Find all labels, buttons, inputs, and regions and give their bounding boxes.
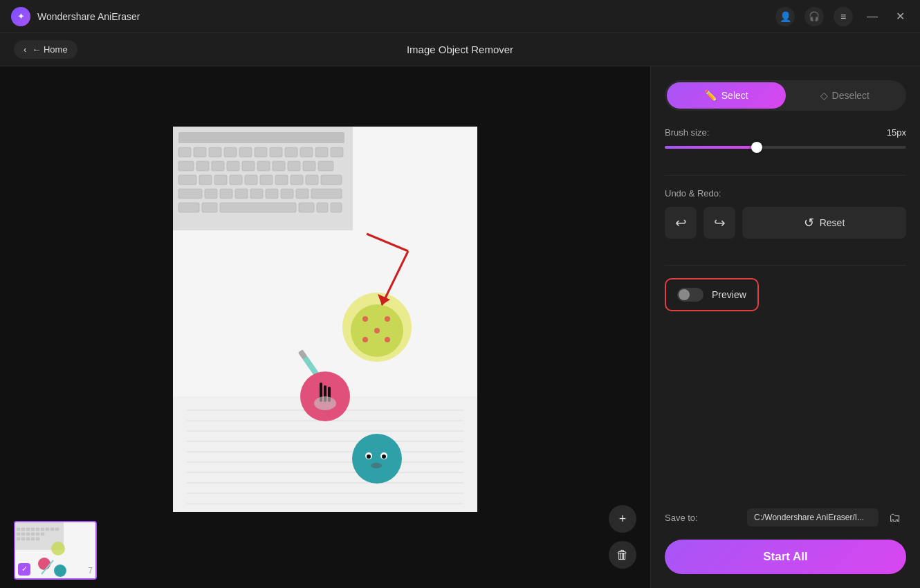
toggle-knob xyxy=(679,289,690,300)
save-section: Save to: C:/Wondershare AniEraser/I... 🗂… xyxy=(665,493,906,574)
svg-rect-24 xyxy=(178,175,196,185)
svg-rect-25 xyxy=(199,175,212,185)
svg-rect-22 xyxy=(303,161,315,171)
save-path-value: C:/Wondershare AniEraser/I... xyxy=(754,513,864,522)
right-panel: ✏️ Select ◇ Deselect Brush size: 15px Un xyxy=(650,66,920,588)
divider-2 xyxy=(665,265,906,266)
header: ‹ ← Home Image Object Remover xyxy=(0,33,920,66)
svg-rect-32 xyxy=(306,175,318,185)
page-title: Image Object Remover xyxy=(407,44,513,55)
svg-rect-97 xyxy=(50,528,54,531)
divider-1 xyxy=(665,175,906,176)
svg-point-78 xyxy=(314,396,336,410)
user-avatar-button[interactable]: 👤 xyxy=(775,7,795,26)
svg-point-81 xyxy=(367,454,371,459)
thumbnail-check: ✓ xyxy=(18,563,30,576)
select-label: Select xyxy=(721,90,748,101)
start-all-label: Start All xyxy=(763,550,808,563)
svg-rect-47 xyxy=(317,203,328,212)
svg-rect-4 xyxy=(194,147,206,157)
browse-folder-button[interactable]: 🗂 xyxy=(884,506,906,529)
undo-icon: ↩ xyxy=(675,214,687,231)
preview-section: Preview xyxy=(665,278,906,311)
select-button[interactable]: ✏️ Select xyxy=(667,82,786,109)
svg-rect-98 xyxy=(55,528,59,531)
home-button[interactable]: ‹ ← Home xyxy=(14,40,77,59)
svg-rect-15 xyxy=(196,161,209,171)
main-area: ✏️ Select ◇ Deselect Brush size: 15px Un xyxy=(0,66,920,588)
undo-redo-label: Undo & Redo: xyxy=(665,188,721,199)
svg-rect-105 xyxy=(17,538,20,540)
app-logo: ✦ xyxy=(11,7,30,26)
image-canvas[interactable] xyxy=(173,127,477,528)
svg-rect-16 xyxy=(212,161,224,171)
menu-icon: ≡ xyxy=(840,11,846,22)
svg-point-72 xyxy=(362,337,368,342)
svg-point-112 xyxy=(54,564,66,577)
svg-rect-103 xyxy=(36,533,39,535)
brush-icon: ✏️ xyxy=(704,89,717,102)
add-file-button[interactable]: + xyxy=(609,505,636,533)
home-label: ← Home xyxy=(32,44,67,55)
svg-rect-36 xyxy=(220,189,232,199)
brush-size-slider-track[interactable] xyxy=(665,146,906,149)
svg-rect-48 xyxy=(331,203,342,212)
brush-size-label-row: Brush size: 15px xyxy=(665,127,906,138)
undo-redo-controls: ↩ ↪ ↺ Reset xyxy=(665,207,906,239)
svg-rect-37 xyxy=(235,189,248,199)
svg-rect-108 xyxy=(31,538,35,540)
brush-size-slider-fill xyxy=(665,146,757,149)
svg-rect-20 xyxy=(273,161,285,171)
save-path-input[interactable]: C:/Wondershare AniEraser/I... xyxy=(747,508,878,526)
minimize-button[interactable]: — xyxy=(863,8,882,26)
support-button[interactable]: 🎧 xyxy=(804,7,824,26)
svg-rect-40 xyxy=(281,189,293,199)
svg-point-84 xyxy=(371,463,382,468)
svg-rect-3 xyxy=(178,147,191,157)
start-all-button[interactable]: Start All xyxy=(665,540,906,574)
svg-rect-21 xyxy=(288,161,300,171)
svg-rect-95 xyxy=(41,528,44,531)
svg-point-79 xyxy=(352,434,402,484)
folder-icon: 🗂 xyxy=(889,511,901,525)
svg-rect-94 xyxy=(36,528,39,531)
thumbnail-item[interactable]: ✓ 7 xyxy=(14,521,97,580)
redo-button[interactable]: ↪ xyxy=(703,207,735,239)
reset-button[interactable]: ↺ Reset xyxy=(742,207,906,239)
svg-rect-43 xyxy=(178,203,199,212)
deselect-button[interactable]: ◇ Deselect xyxy=(786,82,905,109)
svg-rect-19 xyxy=(257,161,270,171)
close-button[interactable]: ✕ xyxy=(892,7,909,26)
menu-button[interactable]: ≡ xyxy=(834,7,853,26)
svg-rect-10 xyxy=(285,147,297,157)
filmstrip-buttons: + 🗑 xyxy=(609,505,636,569)
delete-file-button[interactable]: 🗑 xyxy=(609,541,636,569)
eraser-icon: ◇ xyxy=(820,90,828,101)
svg-rect-45 xyxy=(220,203,296,212)
svg-rect-11 xyxy=(300,147,313,157)
svg-point-83 xyxy=(382,454,386,459)
svg-rect-33 xyxy=(321,175,342,185)
svg-rect-99 xyxy=(17,533,20,535)
preview-toggle[interactable] xyxy=(677,288,703,302)
preview-label: Preview xyxy=(712,289,746,300)
brush-size-value: 15px xyxy=(887,127,906,138)
title-bar: ✦ Wondershare AniEraser 👤 🎧 ≡ — ✕ xyxy=(0,0,920,33)
undo-button[interactable]: ↩ xyxy=(665,207,697,239)
deselect-label: Deselect xyxy=(832,90,870,101)
headset-icon: 🎧 xyxy=(809,11,820,21)
svg-rect-46 xyxy=(299,203,314,212)
svg-rect-23 xyxy=(318,161,333,171)
svg-rect-102 xyxy=(31,533,35,535)
svg-rect-26 xyxy=(214,175,227,185)
svg-rect-31 xyxy=(291,175,303,185)
undo-redo-section: Undo & Redo: ↩ ↪ ↺ Reset xyxy=(665,188,906,239)
canvas-area[interactable] xyxy=(0,66,650,588)
brush-size-slider-thumb[interactable] xyxy=(751,142,762,153)
filmstrip: ✓ 7 xyxy=(0,512,650,588)
svg-rect-90 xyxy=(17,528,20,531)
svg-rect-13 xyxy=(331,147,343,157)
svg-rect-42 xyxy=(311,189,342,199)
svg-point-69 xyxy=(362,316,368,322)
reset-cycle-icon: ↺ xyxy=(804,215,814,230)
